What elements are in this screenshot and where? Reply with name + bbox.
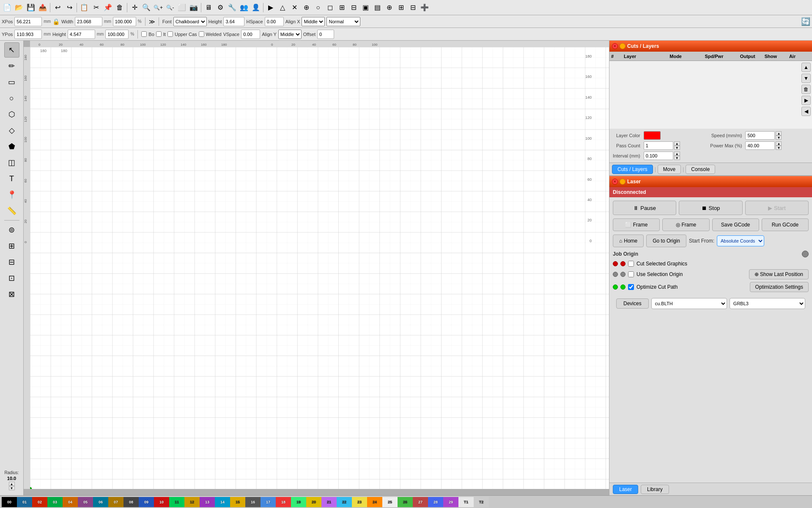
home-button[interactable]: ⌂ Home — [613, 235, 644, 247]
tools-icon[interactable]: 🔧 — [227, 2, 238, 13]
palette-color-08[interactable]: 08 — [123, 497, 139, 507]
palette-color-05[interactable]: 05 — [78, 497, 93, 507]
zoom-out-icon[interactable]: 🔍- — [165, 2, 176, 13]
distribute-icon[interactable]: ⊟ — [348, 2, 359, 13]
rect2-icon[interactable]: ◻ — [324, 2, 335, 13]
position-tool[interactable]: 📍 — [4, 187, 19, 202]
bold-checkbox[interactable] — [141, 31, 147, 37]
palette-color-19[interactable]: 19 — [291, 497, 306, 507]
palette-color-13[interactable]: 13 — [200, 497, 215, 507]
subpath-tool[interactable]: ⊠ — [4, 287, 19, 302]
tab-cuts-layers[interactable]: Cuts / Layers — [612, 165, 653, 174]
circle-icon[interactable]: ⊕ — [301, 2, 312, 13]
palette-color-T1[interactable]: T1 — [458, 497, 474, 507]
run-gcode-button[interactable]: Run GCode — [762, 218, 809, 231]
users-icon[interactable]: 👥 — [239, 2, 250, 13]
palette-color-12[interactable]: 12 — [184, 497, 200, 507]
align-x-select[interactable]: Middle — [302, 17, 325, 26]
palette-color-27[interactable]: 27 — [413, 497, 428, 507]
palette-color-06[interactable]: 06 — [93, 497, 108, 507]
close2-icon[interactable]: ✕ — [289, 2, 300, 13]
edit-nodes-tool[interactable]: ⬟ — [4, 139, 19, 154]
offset-input[interactable] — [317, 30, 334, 39]
select-tool[interactable]: ↖ — [4, 42, 19, 58]
delete-layer-button[interactable]: 🗑 — [801, 85, 811, 94]
cuts-minimize-button[interactable] — [620, 43, 625, 49]
palette-color-14[interactable]: 14 — [215, 497, 230, 507]
cut-selected-checkbox[interactable] — [628, 261, 634, 267]
palette-color-26[interactable]: 26 — [398, 497, 413, 507]
undo-icon[interactable]: ↩ — [52, 2, 63, 13]
cuts-close-button[interactable]: ✕ — [612, 43, 618, 49]
pause-button[interactable]: ⏸ Pause — [613, 201, 676, 215]
hspace-input[interactable] — [265, 17, 284, 26]
power-up[interactable]: ▲ — [776, 141, 782, 146]
palette-color-16[interactable]: 16 — [245, 497, 261, 507]
group-icon[interactable]: ▣ — [360, 2, 371, 13]
lock-icon[interactable]: 🔒 — [52, 18, 60, 25]
power-max-input[interactable] — [745, 141, 775, 150]
optimization-settings-button[interactable]: Optimization Settings — [750, 282, 809, 292]
tab-move[interactable]: Move — [658, 165, 681, 174]
tab-library[interactable]: Library — [641, 485, 669, 494]
show-last-position-button[interactable]: ⊕ Show Last Position — [749, 269, 809, 279]
zoom-fit-icon[interactable]: 🔍 — [141, 2, 152, 13]
palette-color-02[interactable]: 02 — [32, 497, 47, 507]
rectangle-tool[interactable]: ▭ — [4, 75, 19, 90]
welded-checkbox[interactable] — [199, 31, 204, 37]
paste-icon[interactable]: 📌 — [102, 2, 113, 13]
font-select[interactable]: Chalkboard — [173, 17, 207, 26]
tab-console[interactable]: Console — [686, 165, 715, 174]
firmware-select[interactable]: GRBL3 — [730, 298, 805, 309]
device-select[interactable]: cu.BLTH — [651, 298, 727, 309]
move-icon[interactable]: ✛ — [129, 2, 140, 13]
speed-input[interactable] — [745, 131, 775, 140]
palette-color-07[interactable]: 07 — [108, 497, 123, 507]
normal-select[interactable]: Normal — [326, 17, 360, 26]
start-button[interactable]: ▶ Start — [745, 201, 809, 215]
height-pct-input[interactable] — [105, 30, 129, 39]
palette-color-00[interactable]: 00 — [2, 497, 17, 507]
refresh-icon[interactable]: 🔄 — [801, 17, 810, 26]
move-up-button[interactable]: ▲ — [801, 63, 811, 72]
pass-count-input[interactable] — [644, 141, 673, 150]
palette-color-17[interactable]: 17 — [261, 497, 276, 507]
layer-color-swatch[interactable] — [644, 131, 661, 140]
cut-icon[interactable]: ✂ — [91, 2, 102, 13]
pass-up[interactable]: ▲ — [674, 141, 680, 146]
play-icon[interactable]: ▶ — [265, 2, 276, 13]
grid-icon[interactable]: ⊞ — [395, 2, 406, 13]
width-input[interactable] — [75, 17, 102, 26]
stop-button[interactable]: ⏹ Stop — [679, 201, 742, 215]
user-icon[interactable]: 👤 — [250, 2, 261, 13]
settings-icon[interactable]: ⚙ — [215, 2, 226, 13]
open-file-icon[interactable]: 📂 — [14, 2, 25, 13]
palette-color-25[interactable]: 25 — [382, 497, 398, 507]
ellipse-tool[interactable]: ○ — [4, 91, 19, 106]
italic-checkbox[interactable] — [156, 31, 162, 37]
optimize-cut-checkbox[interactable] — [628, 284, 634, 290]
frame-button-1[interactable]: ⬜ Frame — [613, 218, 660, 231]
palette-color-11[interactable]: 11 — [169, 497, 184, 507]
collapse-button[interactable]: ◀ — [801, 107, 811, 116]
speed-up[interactable]: ▲ — [776, 131, 782, 135]
palette-color-04[interactable]: 04 — [63, 497, 78, 507]
palette-color-22[interactable]: 22 — [337, 497, 352, 507]
palette-color-23[interactable]: 23 — [352, 497, 367, 507]
canvas-grid[interactable]: 180 180 180 160 140 120 100 80 60 40 20 … — [30, 47, 609, 489]
interval-down[interactable]: ▼ — [674, 156, 680, 160]
pass-down[interactable]: ▼ — [674, 146, 680, 150]
go-to-origin-button[interactable]: Go to Origin — [646, 235, 686, 247]
bezier-tool[interactable]: ◇ — [4, 123, 19, 138]
rotary-tool[interactable]: ⊚ — [4, 222, 19, 237]
xpos-input[interactable] — [14, 17, 42, 26]
height-input[interactable] — [68, 30, 95, 39]
use-selection-checkbox[interactable] — [628, 271, 634, 277]
laser-minimize-button[interactable] — [620, 179, 625, 185]
save-file-icon[interactable]: 💾 — [25, 2, 36, 13]
mirror-icon[interactable]: △ — [277, 2, 288, 13]
palette-color-03[interactable]: 03 — [47, 497, 63, 507]
start-from-select[interactable]: Absolute CoordsUser OriginCurrent Positi… — [717, 235, 764, 246]
palette-color-20[interactable]: 20 — [306, 497, 321, 507]
weld-icon[interactable]: ⊕ — [384, 2, 395, 13]
